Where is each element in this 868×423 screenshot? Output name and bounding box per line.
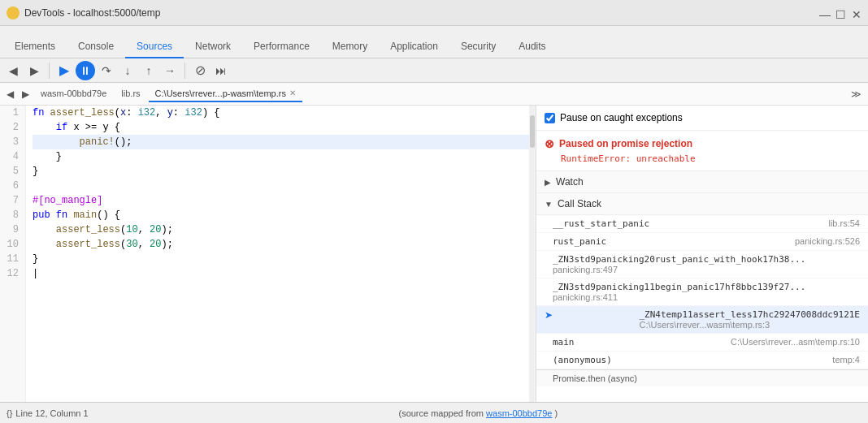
code-scroll-thumb[interactable] xyxy=(530,115,535,148)
source-nav-more[interactable]: ≫ xyxy=(848,87,865,101)
line-num-2: 2 xyxy=(3,120,19,135)
tab-sources[interactable]: Sources xyxy=(125,36,184,58)
call-stack-chevron xyxy=(545,200,553,209)
right-panel: Pause on caught exceptions ⊗ Paused on p… xyxy=(536,106,868,402)
error-title: ⊗ Paused on promise rejection xyxy=(545,137,860,150)
call-stack-item-5[interactable]: main C:\Users\rrever...asm\temp.rs:10 xyxy=(536,334,868,352)
line-num-8: 8 xyxy=(3,208,19,222)
line-num-1: 1 xyxy=(3,106,19,120)
source-tab-temp-close[interactable]: ✕ xyxy=(289,88,296,97)
pause-exceptions-section: Pause on caught exceptions xyxy=(536,106,868,131)
cs-two-line-2: _ZN3std9panicking20rust_panic_with_hook1… xyxy=(553,254,805,274)
tab-memory[interactable]: Memory xyxy=(321,36,379,58)
source-tabs: ◀ ▶ wasm-00bbd79e lib.rs C:\Users\rrever… xyxy=(0,83,868,106)
deactivate-breakpoints-button[interactable]: ⊘ xyxy=(190,61,210,80)
error-icon: ⊗ xyxy=(545,137,554,150)
call-stack-label: Call Stack xyxy=(558,198,601,209)
call-stack-item-0[interactable]: __rust_start_panic lib.rs:54 xyxy=(536,215,868,233)
pause-exceptions-checkbox[interactable] xyxy=(545,113,555,123)
maximize-button[interactable]: ☐ xyxy=(835,8,845,18)
source-nav-back[interactable]: ◀ xyxy=(3,87,17,101)
title-bar-controls: — ☐ ✕ xyxy=(819,8,861,18)
line-num-12: 12 xyxy=(3,266,19,281)
code-line-9: assert_less(10, 20); xyxy=(33,222,536,237)
call-stack-item-4[interactable]: ➤ _ZN4temp11assert_less17hc29247008ddc91… xyxy=(536,306,868,334)
code-line-3: panic!(); xyxy=(33,135,536,149)
code-line-11: } xyxy=(33,252,536,266)
tab-bar: Elements Console Sources Network Perform… xyxy=(0,26,868,58)
status-bar-icon[interactable]: {} xyxy=(7,408,12,418)
call-stack-item-2[interactable]: _ZN3std9panicking20rust_panic_with_hook1… xyxy=(536,251,868,278)
source-tab-temp-label: C:\Users\rrever...p-wasm\temp.rs xyxy=(155,88,286,98)
line-num-11: 11 xyxy=(3,252,19,266)
cs-loc-4: C:\Users\rrever...wasm\temp.rs:3 xyxy=(639,320,860,330)
line-num-5: 5 xyxy=(3,164,19,179)
tab-security[interactable]: Security xyxy=(449,36,507,58)
step-button[interactable]: → xyxy=(160,61,180,80)
line-num-7: 7 xyxy=(3,193,19,208)
cs-name-3: _ZN3std9panicking11begin_panic17hf8bbc13… xyxy=(553,282,805,292)
status-sourcemap-text: (source mapped from xyxy=(398,408,484,418)
tab-console[interactable]: Console xyxy=(67,36,125,58)
step-into-button[interactable]: ↓ xyxy=(118,61,137,80)
debug-toolbar: ◀ ▶ ▶ ⏸ ↷ ↓ ↑ → ⊘ ⏭ xyxy=(0,58,868,83)
call-stack-item-1[interactable]: rust_panic panicking.rs:526 xyxy=(536,233,868,251)
step-out-button[interactable]: ↑ xyxy=(139,61,158,80)
call-stack-section-header[interactable]: Call Stack xyxy=(536,193,868,215)
status-sourcemap-close: ) xyxy=(554,408,558,418)
source-nav-forward[interactable]: ▶ xyxy=(19,87,33,101)
status-sourcemap-link[interactable]: wasm-00bbd79e xyxy=(486,408,552,418)
title-bar-title: DevTools - localhost:5000/temp xyxy=(24,7,160,19)
tab-elements[interactable]: Elements xyxy=(3,36,67,58)
watch-section-header[interactable]: Watch xyxy=(536,171,868,193)
tab-network[interactable]: Network xyxy=(184,36,242,58)
cs-two-line-3: _ZN3std9panicking11begin_panic17hf8bbc13… xyxy=(553,282,805,302)
cs-name-6: (anonymous) xyxy=(553,355,612,365)
source-tab-wasm[interactable]: wasm-00bbd79e xyxy=(34,86,113,102)
source-tab-lib[interactable]: lib.rs xyxy=(115,86,146,102)
sources-nav-right[interactable]: ▶ xyxy=(24,61,44,80)
title-bar: DevTools - localhost:5000/temp — ☐ ✕ xyxy=(0,0,868,26)
line-num-3: 3 xyxy=(3,135,19,149)
code-line-7: #[no_mangle] xyxy=(33,193,536,208)
minimize-button[interactable]: — xyxy=(819,8,829,18)
line-num-4: 4 xyxy=(3,149,19,164)
error-title-text: Paused on promise rejection xyxy=(559,138,692,149)
status-position: Line 12, Column 1 xyxy=(15,408,88,418)
devtools-icon xyxy=(7,6,20,19)
source-tab-temp[interactable]: C:\Users\rrever...p-wasm\temp.rs ✕ xyxy=(149,86,302,102)
pause-button[interactable]: ⏸ xyxy=(76,61,95,80)
pause-exceptions-button[interactable]: ⏭ xyxy=(211,61,231,80)
tab-application[interactable]: Application xyxy=(379,36,449,58)
cs-loc-5: C:\Users\rrever...asm\temp.rs:10 xyxy=(731,337,860,347)
code-scrollbar[interactable] xyxy=(529,106,536,402)
tab-performance[interactable]: Performance xyxy=(242,36,321,58)
code-line-5: } xyxy=(33,164,536,179)
sources-nav-left[interactable]: ◀ xyxy=(3,61,23,80)
tab-audits[interactable]: Audits xyxy=(507,36,557,58)
cs-name-4: _ZN4temp11assert_less17hc29247008ddc9121… xyxy=(639,309,860,320)
line-num-9: 9 xyxy=(3,222,19,237)
main-area: 1 2 3 4 5 6 7 8 9 10 11 12 fn assert_les… xyxy=(0,106,868,402)
pause-exceptions-label: Pause on caught exceptions xyxy=(560,112,683,123)
async-badge-text: Promise.then (async) xyxy=(553,373,637,383)
code-content[interactable]: fn assert_less(x: i32, y: i32) { if x >=… xyxy=(26,106,536,402)
status-bar: {} Line 12, Column 1 (source mapped from… xyxy=(0,402,868,423)
source-tab-lib-label: lib.rs xyxy=(121,88,140,98)
source-tab-wasm-label: wasm-00bbd79e xyxy=(41,88,106,98)
call-stack-item-6[interactable]: (anonymous) temp:4 xyxy=(536,352,868,369)
step-over-button[interactable]: ↷ xyxy=(97,61,116,80)
call-stack-item-3[interactable]: _ZN3std9panicking11begin_panic17hf8bbc13… xyxy=(536,278,868,306)
cs-name-1: rust_panic xyxy=(553,236,606,247)
close-button[interactable]: ✕ xyxy=(852,8,861,18)
resume-button[interactable]: ▶ xyxy=(54,61,74,80)
code-line-8: pub fn main() { xyxy=(33,208,536,222)
code-line-10: assert_less(30, 20); xyxy=(33,237,536,252)
async-badge: Promise.then (async) xyxy=(536,369,868,386)
status-bar-left: {} Line 12, Column 1 xyxy=(7,408,89,418)
cs-current-arrow: ➤ xyxy=(545,309,553,321)
cs-name-5: main xyxy=(553,337,575,347)
line-num-6: 6 xyxy=(3,179,19,193)
toolbar-separator-2 xyxy=(184,63,185,79)
cs-loc-0: lib.rs:54 xyxy=(828,218,860,228)
